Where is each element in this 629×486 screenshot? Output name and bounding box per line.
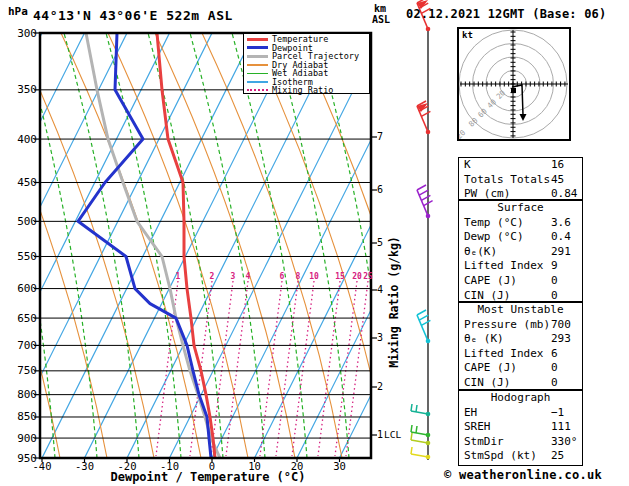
- stat-value: 9: [551, 259, 558, 274]
- stat-row: CIN (J)0: [459, 376, 582, 391]
- mixing-ratio-value-label: 25: [359, 272, 377, 281]
- stat-label: θₑ(K): [464, 245, 497, 260]
- mixing-ratio-value-label: 1: [169, 272, 187, 281]
- legend-item: Mixing Ratio: [247, 86, 369, 95]
- stat-label: CAPE (J): [464, 361, 517, 376]
- stat-label: Pressure (mb): [464, 318, 550, 333]
- stat-value: 111: [551, 420, 571, 435]
- height-tick-label: 5: [377, 237, 391, 248]
- legend: TemperatureDewpointParcel TrajectoryDry …: [243, 33, 370, 94]
- temperature-legend-swatch: [247, 38, 268, 41]
- wind-barb: [417, 185, 433, 218]
- pressure-axis-unit: hPa: [8, 5, 28, 18]
- stat-value: 700: [551, 318, 571, 333]
- pressure-tick-label: 850: [8, 410, 37, 423]
- stat-row: StmSpd (kt)25: [459, 449, 582, 464]
- stat-value: 291: [551, 245, 571, 260]
- temperature-tick-label: -40: [25, 460, 59, 472]
- stat-value: 25: [551, 449, 564, 464]
- pressure-tick-label: 750: [8, 364, 37, 377]
- hodograph-unit-label: kt: [462, 30, 473, 40]
- height-axis-unit-km: km: [374, 3, 386, 14]
- stat-row: Lifted Index9: [459, 259, 582, 274]
- legend-item-label: Mixing Ratio: [272, 86, 333, 95]
- mixing-ratio-value-label: 15: [331, 272, 349, 281]
- stat-row: CIN (J)0: [459, 289, 582, 304]
- indices-box: K16Totals Totals45PW (cm)0.84: [458, 157, 583, 200]
- height-tick-label: 4: [377, 284, 391, 295]
- pressure-tick-label: 900: [8, 432, 37, 445]
- stat-row: CAPE (J)0: [459, 361, 582, 376]
- pressure-tick-label: 450: [8, 176, 37, 189]
- run-datetime: 02.12.2021 12GMT (Base: 06): [406, 7, 606, 21]
- stat-row: Lifted Index6: [459, 347, 582, 362]
- wet-adiabat-legend-swatch: [247, 73, 268, 75]
- mixing-ratio-value-label: 10: [305, 272, 323, 281]
- station-title: 44°13'N 43°06'E 522m ASL: [33, 8, 233, 23]
- mixing-ratio-legend-swatch: [247, 89, 268, 91]
- pressure-tick-label: 650: [8, 312, 37, 325]
- stat-value: 330°: [551, 435, 578, 450]
- hodograph-stats-box: HodographEH−1SREH111StmDir330°StmSpd (kt…: [458, 390, 583, 466]
- stat-label: CAPE (J): [464, 274, 517, 289]
- stat-label: Lifted Index: [464, 259, 543, 274]
- stat-row: Pressure (mb)700: [459, 318, 582, 333]
- height-tick-label: 1: [377, 429, 391, 440]
- surface-box: SurfaceTemp (°C)3.6Dewp (°C)0.4θₑ(K)291L…: [458, 200, 583, 302]
- stat-row: K16: [459, 158, 582, 173]
- pressure-tick-label: 500: [8, 215, 37, 228]
- stat-label: Temp (°C): [464, 216, 524, 231]
- stat-value: 16: [551, 158, 564, 173]
- pressure-tick-label: 600: [8, 282, 37, 295]
- hodograph-origin-marker: [511, 88, 516, 93]
- stat-label: Lifted Index: [464, 347, 543, 362]
- height-tick-label: 3: [377, 332, 391, 343]
- temperature-tick-label: -20: [110, 460, 144, 472]
- stat-label: Totals Totals: [464, 173, 550, 188]
- stat-label: Dewp (°C): [464, 230, 524, 245]
- skewt-sounding-page: 20406080120 hPa 44°13'N 43°06'E 522m ASL…: [0, 0, 629, 486]
- pressure-tick-label: 800: [8, 388, 37, 401]
- mixing-ratio-line: [346, 281, 368, 456]
- stat-row: Totals Totals45: [459, 173, 582, 188]
- height-tick-label: 2: [377, 381, 391, 392]
- stat-label: SREH: [464, 420, 491, 435]
- pressure-tick-label: 300: [8, 27, 37, 40]
- pressure-tick-label: 350: [8, 83, 37, 96]
- height-tick-label: 7: [377, 131, 391, 142]
- temperature-tick-label: 20: [280, 460, 314, 472]
- stat-row: Dewp (°C)0.4: [459, 230, 582, 245]
- stat-value: 0: [551, 361, 558, 376]
- stat-row: SREH111: [459, 420, 582, 435]
- parcel-legend-swatch: [247, 55, 268, 58]
- surface-box-title: Surface: [459, 201, 582, 216]
- mixing-ratio-value-label: 2: [203, 272, 221, 281]
- stat-value: 45: [551, 173, 564, 188]
- isotherm-legend-swatch: [247, 81, 268, 83]
- stat-value: 6: [551, 347, 558, 362]
- copyright: © weatheronline.co.uk: [444, 468, 602, 482]
- stat-value: 293: [551, 332, 571, 347]
- x-axis-title: Dewpoint / Temperature (°C): [58, 470, 358, 484]
- stat-row: θₑ (K)293: [459, 332, 582, 347]
- temperature-tick-label: -30: [68, 460, 102, 472]
- stat-value: −1: [551, 406, 564, 421]
- temperature-tick-label: 0: [195, 460, 229, 472]
- temperature-tick-label: -10: [153, 460, 187, 472]
- stat-row: Temp (°C)3.6: [459, 216, 582, 231]
- stat-value: 0: [551, 376, 558, 391]
- stat-row: CAPE (J)0: [459, 274, 582, 289]
- stat-label: CIN (J): [464, 376, 510, 391]
- hodograph-stats-box-title: Hodograph: [459, 391, 582, 406]
- pressure-tick-label: 550: [8, 250, 37, 263]
- temperature-tick-label: 10: [238, 460, 272, 472]
- stat-value: 0: [551, 289, 558, 304]
- dry-adiabat-legend-swatch: [247, 64, 268, 66]
- dewpoint-legend-swatch: [247, 46, 268, 49]
- stat-value: 0: [551, 274, 558, 289]
- stat-label: CIN (J): [464, 289, 510, 304]
- pressure-tick-label: 400: [8, 133, 37, 146]
- stat-value: 0.4: [551, 230, 571, 245]
- stat-label: θₑ (K): [464, 332, 504, 347]
- stat-label: StmSpd (kt): [464, 449, 537, 464]
